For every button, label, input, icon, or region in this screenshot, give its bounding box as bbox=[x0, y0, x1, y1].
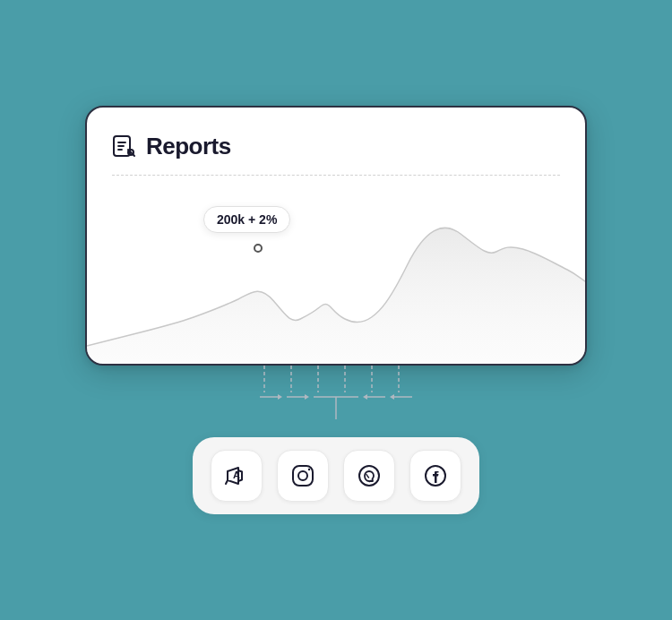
chart-area bbox=[87, 185, 585, 364]
reports-card: Reports 200k + 2% bbox=[85, 106, 587, 366]
area-chart bbox=[87, 185, 585, 364]
whatsapp-icon bbox=[356, 462, 383, 489]
facebook-icon bbox=[422, 462, 449, 489]
chart-tooltip: 200k + 2% bbox=[203, 206, 290, 233]
tooltip-value: 200k bbox=[217, 212, 245, 227]
ads-icon: A bbox=[223, 462, 250, 489]
social-card: A bbox=[193, 437, 479, 514]
svg-point-22 bbox=[308, 469, 310, 470]
card-header: Reports bbox=[112, 133, 560, 160]
svg-point-23 bbox=[359, 466, 379, 486]
connector-svg bbox=[211, 366, 461, 437]
scene: Reports 200k + 2% bbox=[85, 106, 587, 514]
svg-marker-11 bbox=[305, 394, 309, 400]
ads-icon-button[interactable]: A bbox=[211, 450, 263, 502]
svg-point-21 bbox=[298, 471, 307, 480]
tooltip-dot bbox=[254, 244, 263, 253]
instagram-icon-button[interactable] bbox=[277, 450, 329, 502]
tooltip-change: + 2% bbox=[248, 212, 277, 227]
instagram-icon bbox=[289, 462, 316, 489]
divider bbox=[112, 175, 560, 176]
facebook-icon-button[interactable] bbox=[409, 450, 461, 502]
svg-marker-16 bbox=[363, 394, 367, 400]
svg-marker-9 bbox=[278, 394, 282, 400]
whatsapp-icon-button[interactable] bbox=[343, 450, 395, 502]
svg-text:A: A bbox=[233, 469, 240, 480]
reports-icon bbox=[112, 134, 137, 159]
connector-section bbox=[211, 366, 461, 437]
svg-marker-14 bbox=[390, 394, 394, 400]
reports-title: Reports bbox=[146, 133, 231, 160]
